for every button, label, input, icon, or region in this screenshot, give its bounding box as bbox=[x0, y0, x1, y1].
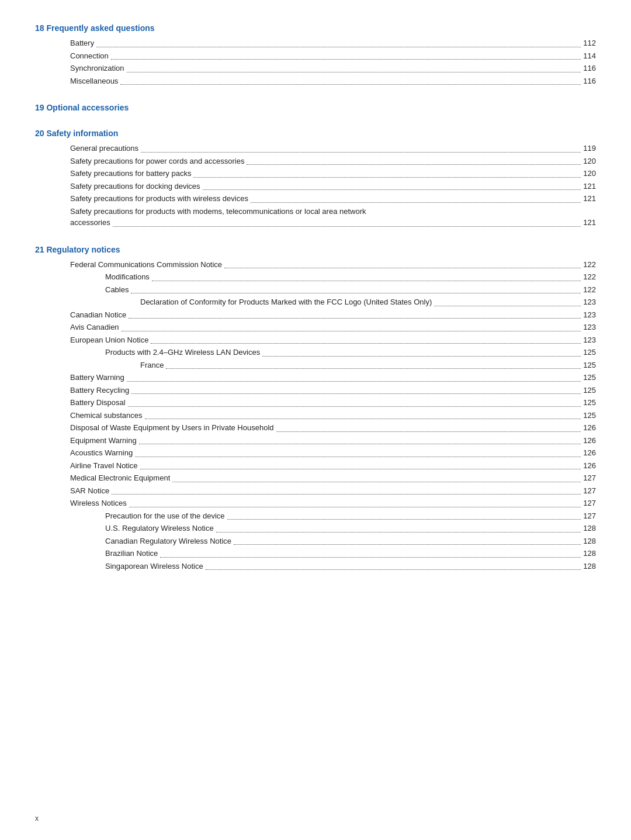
toc-page: 127 bbox=[583, 497, 596, 509]
toc-text: European Union Notice bbox=[70, 334, 148, 346]
toc-page: 125 bbox=[583, 410, 596, 421]
toc-dots bbox=[247, 164, 581, 165]
toc-entry: Connection114 bbox=[35, 50, 596, 62]
toc-entry: Safety precautions for power cords and a… bbox=[35, 155, 596, 167]
toc-dots bbox=[234, 544, 581, 545]
toc-dots bbox=[160, 557, 581, 558]
toc-page: 126 bbox=[583, 460, 596, 472]
toc-page: 123 bbox=[583, 296, 596, 308]
toc-entry: Battery Recycling125 bbox=[35, 385, 596, 396]
toc-dots bbox=[129, 318, 581, 319]
toc-text: Chemical substances bbox=[70, 410, 143, 421]
toc-text: Disposal of Waste Equipment by Users in … bbox=[70, 422, 274, 434]
toc-text: Avis Canadien bbox=[70, 322, 119, 333]
toc-entry: Cables122 bbox=[35, 284, 596, 296]
toc-page: 125 bbox=[583, 385, 596, 396]
toc-entry: Safety precautions for docking devices12… bbox=[35, 181, 596, 192]
toc-dots bbox=[140, 469, 581, 469]
toc-dots bbox=[120, 84, 581, 85]
section-regulatory: 21 Regulatory notices Federal Communicat… bbox=[35, 245, 596, 572]
toc-dots bbox=[135, 457, 581, 457]
toc-page: 116 bbox=[583, 63, 596, 74]
toc-text: Connection bbox=[70, 50, 109, 62]
toc-page: 120 bbox=[583, 155, 596, 167]
toc-page: 122 bbox=[583, 271, 596, 283]
toc-page: 123 bbox=[583, 334, 596, 346]
toc-page: 123 bbox=[583, 309, 596, 321]
page-number: x bbox=[35, 814, 39, 822]
toc-text: France bbox=[140, 359, 164, 371]
toc-text: Battery Warning bbox=[70, 372, 124, 383]
toc-page: 119 bbox=[583, 143, 596, 154]
toc-dots bbox=[129, 507, 581, 507]
toc-entry: Equipment Warning126 bbox=[35, 435, 596, 447]
toc-text: Singaporean Wireless Notice bbox=[105, 561, 203, 572]
toc-multiline-row1: Safety precautions for products with mod… bbox=[35, 206, 596, 217]
toc-dots bbox=[131, 393, 581, 394]
page-footer: x bbox=[35, 814, 39, 822]
toc-entry: Declaration of Conformity for Products M… bbox=[35, 296, 596, 308]
toc-text: General precautions bbox=[70, 143, 138, 154]
toc-entry: European Union Notice123 bbox=[35, 334, 596, 346]
toc-entry: Airline Travel Notice126 bbox=[35, 460, 596, 472]
toc-text: Medical Electronic Equipment bbox=[70, 472, 170, 484]
toc-entry: Singaporean Wireless Notice128 bbox=[35, 561, 596, 572]
toc-dots bbox=[151, 343, 581, 344]
toc-entry-multiline: Safety precautions for products with mod… bbox=[35, 206, 596, 229]
toc-entry: U.S. Regulatory Wireless Notice128 bbox=[35, 523, 596, 534]
toc-dots bbox=[152, 281, 581, 281]
toc-page: 128 bbox=[583, 561, 596, 572]
toc-dots bbox=[224, 268, 581, 268]
regulatory-entries: Federal Communications Commission Notice… bbox=[35, 259, 596, 572]
toc-entry: Safety precautions for products with wir… bbox=[35, 193, 596, 205]
toc-entry: Safety precautions for battery packs120 bbox=[35, 168, 596, 179]
toc-page: 125 bbox=[583, 372, 596, 383]
toc-dots bbox=[172, 482, 581, 482]
toc-page: 120 bbox=[583, 168, 596, 179]
toc-page: 128 bbox=[583, 523, 596, 534]
toc-text: Brazilian Notice bbox=[105, 548, 158, 559]
toc-entry: Battery112 bbox=[35, 37, 596, 49]
toc-dots bbox=[131, 293, 581, 293]
toc-page: 127 bbox=[583, 510, 596, 522]
toc-text: Battery Disposal bbox=[70, 397, 126, 409]
toc-page: 121 bbox=[583, 217, 596, 229]
toc-text: Canadian Notice bbox=[70, 309, 126, 321]
toc-text: Safety precautions for power cords and a… bbox=[70, 155, 244, 167]
toc-entry: Canadian Notice123 bbox=[35, 309, 596, 321]
section-faq: 18 Frequently asked questions Battery112… bbox=[35, 23, 596, 87]
toc-text: Safety precautions for docking devices bbox=[70, 181, 200, 192]
toc-text: Canadian Regulatory Wireless Notice bbox=[105, 535, 231, 547]
toc-entry: Brazilian Notice128 bbox=[35, 548, 596, 559]
toc-text: SAR Notice bbox=[70, 485, 109, 497]
toc-entry: Canadian Regulatory Wireless Notice128 bbox=[35, 535, 596, 547]
toc-dots bbox=[96, 47, 581, 47]
toc-entry: Medical Electronic Equipment127 bbox=[35, 472, 596, 484]
toc-page: 122 bbox=[583, 259, 596, 271]
toc-entry: Miscellaneous116 bbox=[35, 75, 596, 87]
safety-multiline-entry: Safety precautions for products with mod… bbox=[35, 206, 596, 229]
toc-dots bbox=[111, 59, 581, 60]
toc-dots bbox=[145, 419, 581, 419]
toc-dots bbox=[434, 306, 581, 306]
toc-entry: General precautions119 bbox=[35, 143, 596, 154]
toc-dots bbox=[251, 202, 581, 203]
toc-entry: Modifications122 bbox=[35, 271, 596, 283]
safety-entries: General precautions119Safety precautions… bbox=[35, 143, 596, 205]
toc-dots bbox=[113, 226, 581, 227]
toc-dots bbox=[128, 406, 581, 407]
toc-text: Synchronization bbox=[70, 63, 124, 74]
toc-page: 121 bbox=[583, 181, 596, 192]
toc-entry: France125 bbox=[35, 359, 596, 371]
section-heading-faq: 18 Frequently asked questions bbox=[35, 23, 596, 33]
toc-dots bbox=[262, 356, 581, 357]
toc-text: Declaration of Conformity for Products M… bbox=[140, 296, 432, 308]
toc-entry: SAR Notice127 bbox=[35, 485, 596, 497]
toc-page: 128 bbox=[583, 535, 596, 547]
toc-text: accessories bbox=[70, 217, 110, 229]
toc-text: Airline Travel Notice bbox=[70, 460, 138, 472]
toc-dots bbox=[139, 444, 581, 444]
toc-dots bbox=[127, 381, 581, 382]
toc-text: Federal Communications Commission Notice bbox=[70, 259, 222, 271]
toc-entry: Synchronization116 bbox=[35, 63, 596, 74]
